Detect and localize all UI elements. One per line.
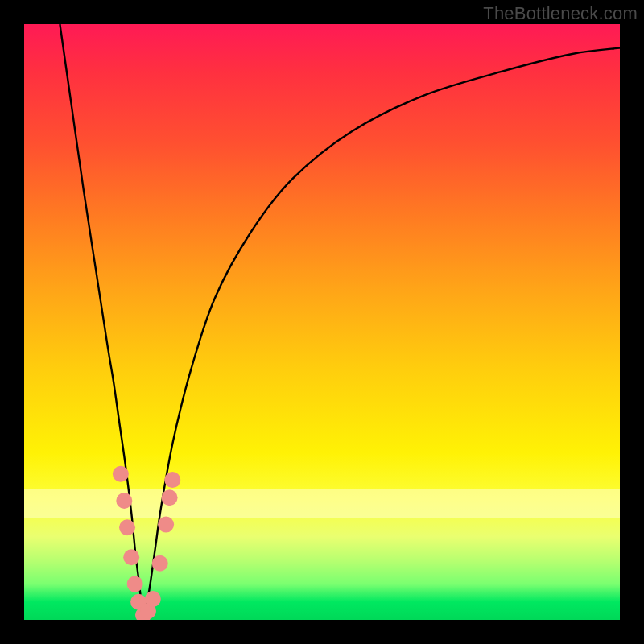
watermark-text: TheBottleneck.com [483, 3, 638, 24]
data-marker [164, 472, 180, 488]
plot-area [24, 24, 620, 620]
data-marker [152, 555, 168, 572]
data-marker [116, 493, 132, 509]
data-marker [162, 489, 178, 506]
data-marker [119, 519, 135, 535]
data-marker [158, 517, 174, 533]
curve-right-branch [143, 48, 620, 620]
chart-frame: TheBottleneck.com [0, 0, 644, 644]
data-marker [127, 576, 143, 592]
data-marker [113, 466, 129, 482]
curve-layer [24, 24, 620, 620]
data-marker [123, 549, 139, 565]
data-marker [145, 591, 161, 607]
marker-group [113, 466, 180, 620]
